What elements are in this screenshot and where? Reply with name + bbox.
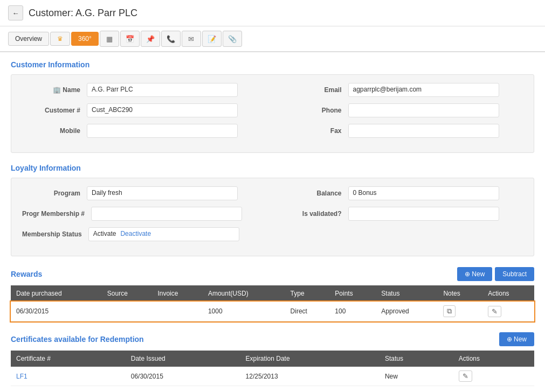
col-source: Source — [102, 285, 153, 302]
is-validated-label: Is validated? — [284, 210, 348, 218]
reward-type: Direct — [285, 302, 330, 321]
customer-num-label: Customer # — [22, 107, 87, 114]
pin-icon: 📌 — [146, 35, 155, 43]
cert-date-issued: 06/30/2015 — [126, 367, 240, 386]
reward-points: 100 — [329, 302, 376, 321]
name-value[interactable]: A.G. Parr PLC — [87, 83, 238, 97]
certs-new-button[interactable]: ⊕ New — [499, 332, 534, 346]
note-icon: 📝 — [208, 35, 216, 43]
progr-membership-label: Progr Membership # — [22, 210, 91, 218]
certs-table-header: Certificate # Date Issued Expiration Dat… — [11, 351, 534, 367]
tab-overview[interactable]: Overview — [8, 32, 49, 46]
back-icon: ← — [12, 9, 19, 17]
tab-phone[interactable]: 📞 — [161, 31, 181, 47]
rewards-table-header: Date purchased Source Invoice Amount(USD… — [11, 285, 534, 302]
activate-text: Activate — [93, 230, 116, 237]
tab-attach[interactable]: 📎 — [223, 31, 242, 47]
building-icon: 🏢 — [53, 86, 61, 94]
mobile-value[interactable] — [87, 124, 238, 138]
balance-value[interactable]: 0 Bonus — [348, 186, 499, 200]
reward-notes[interactable]: ⧉ — [438, 302, 482, 321]
fax-value[interactable] — [348, 124, 499, 138]
rewards-title: Rewards — [11, 270, 42, 278]
tab-grid[interactable]: ▦ — [100, 31, 119, 47]
mobile-label: Mobile — [22, 127, 87, 135]
cert-expiration-date: 12/25/2013 — [240, 367, 380, 386]
crown-icon: ♛ — [57, 35, 63, 43]
edit-reward-button[interactable]: ✎ — [488, 306, 501, 317]
certs-section: Certificates available for Redemption ⊕ … — [11, 332, 534, 386]
tab-pin[interactable]: 📌 — [141, 31, 160, 47]
progr-membership-value[interactable] — [91, 207, 242, 221]
certs-title: Certificates available for Redemption — [11, 335, 144, 344]
customer-num-value[interactable]: Cust_ABC290 — [87, 103, 238, 117]
rewards-new-button[interactable]: ⊕ New — [457, 267, 492, 281]
rewards-header: Rewards ⊕ New Subtract — [11, 267, 534, 281]
program-value[interactable]: Daily fresh — [87, 186, 238, 200]
cert-num[interactable]: LF1 — [11, 367, 126, 386]
deactivate-link[interactable]: Deactivate — [120, 230, 151, 237]
reward-actions[interactable]: ✎ — [482, 302, 534, 321]
col-expiration-date: Expiration Date — [240, 351, 380, 367]
rewards-table-wrapper: Date purchased Source Invoice Amount(USD… — [11, 285, 534, 321]
col-points: Points — [329, 285, 376, 302]
tab-calendar[interactable]: 📅 — [120, 31, 140, 47]
tab-360[interactable]: 360° — [71, 32, 99, 46]
toolbar: Overview ♛ 360° ▦ 📅 📌 📞 ✉ 📝 📎 — [0, 26, 545, 52]
email-label: Email — [284, 86, 348, 94]
certs-table: Certificate # Date Issued Expiration Dat… — [11, 351, 534, 386]
col-actions: Actions — [482, 285, 534, 302]
col-cert-actions: Actions — [453, 351, 534, 367]
notes-icon-button[interactable]: ⧉ — [443, 305, 456, 317]
loyalty-info-panel: Program Daily fresh Balance 0 Bonus Prog… — [11, 178, 534, 256]
col-date-issued: Date Issued — [126, 351, 240, 367]
col-date-purchased: Date purchased — [11, 285, 102, 302]
table-row: LF1 06/30/2015 12/25/2013 New ✎ — [11, 367, 534, 386]
col-notes: Notes — [438, 285, 482, 302]
is-validated-value[interactable] — [348, 207, 499, 221]
cert-status: New — [380, 367, 453, 386]
email-icon: ✉ — [188, 35, 194, 43]
col-cert-num: Certificate # — [11, 351, 126, 367]
program-label: Program — [22, 190, 87, 197]
certs-header: Certificates available for Redemption ⊕ … — [11, 332, 534, 346]
customer-info-panel: 🏢 Name A.G. Parr PLC Email agparrplc@ber… — [11, 74, 534, 153]
phone-value[interactable] — [348, 103, 499, 117]
cert-num-link[interactable]: LF1 — [16, 373, 27, 380]
page-title: Customer: A.G. Parr PLC — [29, 8, 137, 19]
reward-date: 06/30/2015 — [11, 302, 102, 321]
rewards-table: Date purchased Source Invoice Amount(USD… — [11, 285, 534, 321]
tab-email[interactable]: ✉ — [182, 31, 201, 47]
col-status: Status — [376, 285, 438, 302]
rewards-subtract-button[interactable]: Subtract — [495, 267, 534, 281]
col-type: Type — [285, 285, 330, 302]
grid-icon: ▦ — [106, 35, 113, 43]
fax-label: Fax — [284, 127, 348, 135]
reward-amount: 1000 — [203, 302, 285, 321]
tab-note[interactable]: 📝 — [202, 31, 222, 47]
attach-icon: 📎 — [228, 35, 237, 43]
reward-source — [102, 302, 153, 321]
col-invoice: Invoice — [152, 285, 203, 302]
back-button[interactable]: ← — [8, 5, 23, 20]
phone-label: Phone — [284, 107, 348, 114]
col-amount: Amount(USD) — [203, 285, 285, 302]
calendar-icon: 📅 — [126, 35, 134, 43]
membership-status-value: Activate Deactivate — [88, 227, 239, 241]
tab-loyalty[interactable]: ♛ — [50, 32, 70, 46]
membership-status-label: Membership Status — [22, 230, 88, 238]
col-cert-status: Status — [380, 351, 453, 367]
customer-info-title: Customer Information — [11, 60, 534, 69]
phone-icon: 📞 — [167, 35, 175, 43]
loyalty-info-title: Loyalty Information — [11, 164, 534, 172]
name-label: 🏢 Name — [22, 86, 87, 94]
edit-cert-button[interactable]: ✎ — [459, 370, 472, 382]
balance-label: Balance — [284, 190, 348, 197]
reward-status: Approved — [376, 302, 438, 321]
table-row: 06/30/2015 1000 Direct 100 Approved ⧉ ✎ — [11, 302, 534, 321]
email-value[interactable]: agparrplc@berijam.com — [348, 83, 499, 97]
reward-invoice — [152, 302, 203, 321]
cert-actions[interactable]: ✎ — [453, 367, 534, 386]
